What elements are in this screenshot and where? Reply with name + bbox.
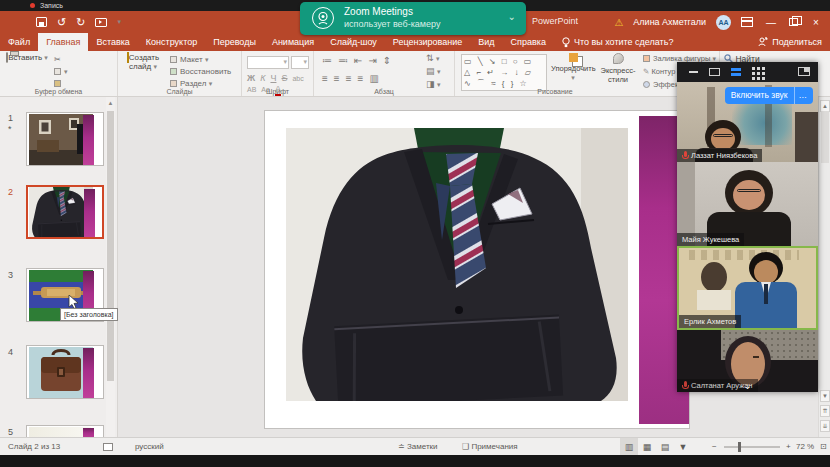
tab-file[interactable]: Файл — [0, 33, 38, 51]
align-left-button[interactable]: ≡ — [322, 73, 334, 84]
tab-help[interactable]: Справка — [503, 33, 554, 51]
tab-view[interactable]: Вид — [470, 33, 502, 51]
qat-dropdown-icon[interactable]: ▾ — [117, 18, 121, 26]
arrange-button[interactable]: Упорядочить ▾ — [551, 53, 595, 82]
slide-thumbnail-5[interactable] — [26, 425, 104, 437]
increase-indent-button[interactable]: ⇥ — [368, 55, 382, 66]
tell-me-box[interactable]: Что вы хотите сделать? — [554, 33, 682, 51]
notification-chevron-icon[interactable]: ⌄ — [508, 11, 516, 22]
slide-thumbnail-4[interactable] — [26, 345, 104, 399]
text-direction-button[interactable]: ⇅ ▾ — [426, 53, 440, 63]
popout-icon[interactable] — [798, 67, 810, 76]
grid-view-icon[interactable] — [752, 67, 755, 70]
gallery-view-icon[interactable] — [731, 68, 741, 71]
undo-icon[interactable]: ↺ — [57, 16, 66, 29]
tab-insert[interactable]: Вставка — [88, 33, 137, 51]
language-indicator[interactable]: русский — [135, 438, 164, 456]
slide-canvas[interactable] — [264, 110, 690, 429]
minimize-button[interactable]: — — [763, 17, 779, 28]
tab-translate[interactable]: Переводы — [205, 33, 264, 51]
tab-home[interactable]: Главная — [38, 33, 88, 51]
zoom-slider-track[interactable] — [724, 446, 780, 448]
ribbon-display-options-icon[interactable] — [741, 17, 753, 27]
main-scrollbar[interactable]: ▲ ▼ ⇈ ⇊ — [818, 97, 830, 437]
recording-dot-icon — [30, 3, 35, 8]
account-name[interactable]: Алина Ахметгали — [633, 17, 706, 27]
minimize-panel-icon[interactable] — [689, 71, 698, 73]
redo-icon[interactable]: ↻ — [76, 16, 85, 29]
layout-button[interactable]: Макет ▾ — [170, 55, 208, 64]
zoom-slider-thumb[interactable] — [738, 442, 741, 452]
speaker-view-icon[interactable] — [709, 68, 720, 76]
thumbnail-tooltip: [Без заголовка] — [60, 308, 118, 321]
italic-button[interactable]: К — [260, 73, 265, 83]
bullets-button[interactable]: ≔ — [322, 55, 338, 66]
quick-styles-button[interactable]: Экспресс-стили — [597, 53, 639, 84]
reset-button[interactable]: Восстановить — [170, 67, 231, 76]
thumb-design-band — [83, 348, 94, 398]
slideshow-view-button[interactable]: ▼ — [674, 438, 692, 456]
new-slide-button[interactable]: Создать слайд ▾ — [122, 53, 164, 71]
scroll-up-arrow[interactable]: ▲ — [106, 97, 115, 109]
share-button[interactable]: Поделиться — [758, 33, 822, 51]
scroll-down-button[interactable]: ▼ — [820, 390, 830, 402]
notes-toggle[interactable]: ≐ Заметки — [398, 438, 438, 456]
shapes-gallery[interactable]: ▭ ╲ ↘ □ ○ ▭ △ ⌐ ↵ → ↓ ▱ ∿ ⌒ ≈ { } ☆ — [461, 54, 547, 91]
slide-thumbnail-2-selected[interactable] — [26, 185, 104, 239]
align-right-button[interactable]: ≡ — [346, 73, 358, 84]
font-name-combo[interactable]: ▾ — [247, 56, 289, 69]
avatar[interactable]: АА — [716, 15, 731, 30]
slide-thumbnail-1[interactable] — [26, 112, 104, 166]
zoom-out-button[interactable]: − — [712, 438, 717, 456]
group-paragraph: ≔≕⇤⇥⇕ ≡≡≡≡▥ ⇅ ▾ ▤ ▾ ◨ ▾ Абзац — [314, 51, 455, 96]
decrease-indent-button[interactable]: ⇤ — [354, 55, 368, 66]
group-label-slides: Слайды — [118, 88, 241, 95]
unmute-button[interactable]: Включить звук … — [725, 87, 813, 104]
slideshow-icon[interactable] — [95, 18, 107, 27]
comments-toggle[interactable]: ❑ Примечания — [462, 438, 518, 456]
close-button[interactable]: × — [808, 17, 824, 28]
fit-slide-button[interactable]: ⊡ — [820, 438, 827, 456]
next-slide-button[interactable]: ⇊ — [820, 420, 830, 432]
zoom-notification[interactable]: Zoom Meetings использует веб-камеру ⌄ — [300, 2, 526, 35]
format-painter-button[interactable] — [54, 79, 64, 88]
section-button[interactable]: Раздел ▾ — [170, 79, 212, 88]
align-center-button[interactable]: ≡ — [334, 73, 346, 84]
tab-animations[interactable]: Анимация — [264, 33, 322, 51]
previous-slide-button[interactable]: ⇈ — [820, 405, 830, 417]
video-tile-4[interactable]: Салтанат Аружан ⌄ — [677, 330, 818, 392]
window-title-fragment: PowerPoint — [532, 16, 578, 26]
paste-button[interactable]: Вставить ▾ — [6, 53, 48, 62]
thumbnails-scrollbar[interactable]: ▲ — [106, 97, 115, 437]
font-size-combo[interactable]: ▾ — [291, 56, 309, 69]
video-tile-3-active-speaker[interactable]: Ерлик Ахметов — [677, 246, 818, 330]
slide-sorter-button[interactable]: ▦ — [638, 438, 656, 456]
zoom-level[interactable]: 72 % — [796, 438, 814, 456]
justify-button[interactable]: ≡ — [358, 73, 370, 84]
scroll-thumb[interactable] — [821, 111, 829, 163]
normal-view-button[interactable]: ▥ — [620, 438, 638, 456]
tab-slideshow[interactable]: Слайд-шоу — [322, 33, 385, 51]
line-spacing-button[interactable]: ⇕ — [383, 55, 397, 66]
underline-button[interactable]: Ч — [270, 73, 276, 83]
cut-button[interactable]: ✂ — [54, 55, 61, 64]
collapse-chevron-icon[interactable]: ⌄ — [744, 381, 752, 391]
tab-review[interactable]: Рецензирование — [385, 33, 471, 51]
zoom-in-button[interactable]: + — [786, 438, 791, 456]
save-icon[interactable] — [36, 17, 47, 27]
align-text-button[interactable]: ▤ ▾ — [426, 66, 441, 76]
tab-design[interactable]: Конструктор — [138, 33, 205, 51]
restore-button[interactable] — [789, 18, 798, 26]
bold-button[interactable]: Ж — [247, 73, 255, 83]
strikethrough-button[interactable]: S — [281, 73, 287, 83]
glasses — [713, 134, 733, 137]
text-shadow-button[interactable]: abc — [292, 75, 303, 82]
numbering-button[interactable]: ≕ — [338, 55, 354, 66]
warning-icon[interactable]: ⚠ — [614, 17, 623, 28]
columns-button[interactable]: ▥ — [369, 73, 384, 84]
spellcheck-book-icon[interactable] — [103, 443, 113, 451]
reading-view-button[interactable]: ▤ — [656, 438, 674, 456]
video-tile-2[interactable]: Майя Жукешева — [677, 162, 818, 246]
unmute-more-button[interactable]: … — [794, 87, 808, 104]
copy-button[interactable]: ▾ — [54, 67, 68, 76]
